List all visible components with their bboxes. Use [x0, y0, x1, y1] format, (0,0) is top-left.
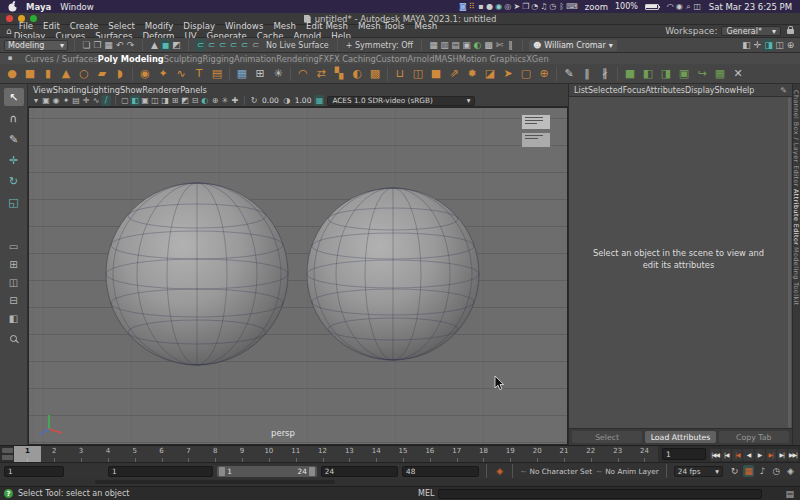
time-slider-grip[interactable] [2, 448, 13, 461]
lasso-tool[interactable]: ∩ [4, 109, 24, 127]
shelf-dome-icon[interactable]: ⊕ [536, 66, 552, 82]
poly-sphere-right[interactable] [305, 186, 481, 362]
select-tool[interactable]: ↖ [4, 88, 24, 106]
shelf-poly-cylinder[interactable]: ▮ [40, 66, 56, 82]
cut-icon[interactable]: ✄ [494, 39, 505, 51]
vp-shaded-icon[interactable]: ▢ [120, 95, 130, 106]
frame-tick[interactable]: 9 [229, 446, 256, 463]
step-forward-key-button[interactable]: ▶| [766, 449, 776, 461]
launchpad-icon[interactable]: ⠿ [467, 1, 476, 12]
modeling-toolkit-toggle-icon[interactable]: ◧ [741, 39, 752, 51]
menu-set-selector[interactable]: Modeling▾ [4, 40, 68, 51]
workspace-selector[interactable]: General*▾ [721, 26, 781, 36]
playback-options-icon[interactable]: ▦ [743, 465, 754, 477]
frame-tick[interactable]: 24 [631, 446, 658, 463]
shelf-tab[interactable]: MASH [434, 54, 458, 64]
shelf-pencil-icon[interactable]: ✎ [561, 66, 577, 82]
frame-tick[interactable]: 14 [363, 446, 390, 463]
info-icon[interactable]: ◔ [530, 1, 539, 12]
step-back-frame-button[interactable]: |◀ [721, 449, 731, 461]
shelf-spheres-icon[interactable]: ◐ [349, 66, 365, 82]
frame-tick[interactable]: 20 [524, 446, 551, 463]
shelf-item[interactable] [132, 67, 133, 81]
account-icon[interactable]: ◉ [675, 1, 684, 12]
gamma-field[interactable]: 1.00 [293, 96, 314, 105]
script-editor-icon[interactable]: ▤ [785, 489, 794, 499]
fps-selector[interactable]: 24 fps▾ [674, 466, 723, 477]
attribute-editor-menu-item[interactable]: Attributes [646, 86, 686, 95]
attribute-editor-menu-item[interactable]: List [574, 86, 588, 95]
open-scene-icon[interactable]: ❐ [92, 39, 103, 51]
animation-end-field[interactable]: 48 [402, 466, 479, 477]
frame-tick[interactable]: 23 [604, 446, 631, 463]
range-slider[interactable]: 1 24 [217, 466, 316, 477]
vp-bookmark-icon[interactable]: ▾ [31, 95, 41, 106]
frame-tick[interactable]: 7 [175, 446, 202, 463]
anim-layer-selector[interactable]: ∼No Anim Layer [596, 467, 659, 476]
menu-item[interactable]: Select [103, 21, 140, 31]
frame-tick[interactable]: 19 [497, 446, 524, 463]
shelf-tab[interactable]: Custom [376, 54, 408, 64]
go-to-end-button[interactable]: ▶▶| [788, 449, 798, 461]
snap-projected-center-icon[interactable]: ⊂ [228, 39, 239, 51]
shelf-sculpt-tool[interactable]: ✦ [155, 66, 171, 82]
timer-icon[interactable]: ◷ [548, 1, 557, 12]
frame-tick[interactable]: 21 [551, 446, 578, 463]
snap-curve-icon[interactable]: ⊂ [206, 39, 217, 51]
shelf-cage-icon[interactable]: ▢ [518, 66, 534, 82]
shelf-poly-sphere[interactable]: ● [4, 66, 20, 82]
vp-aa-icon[interactable]: ⊞ [170, 95, 180, 106]
attribute-editor-menu-item[interactable]: Focus [623, 86, 646, 95]
range-start-handle[interactable] [219, 467, 225, 476]
copy-tab-button[interactable]: Copy Tab [719, 431, 789, 443]
menu-item[interactable]: Display [178, 21, 220, 31]
new-scene-icon[interactable]: ❏ [81, 39, 92, 51]
snap-view-plane-icon[interactable]: ⊂ [239, 39, 250, 51]
shelf-menu-icon[interactable]: ▪ [6, 53, 14, 65]
menu-item[interactable]: Edit [38, 21, 65, 31]
humanik-toggle-icon[interactable]: ✛ [752, 39, 763, 51]
globe-icon[interactable]: ◎ [503, 1, 512, 12]
shelf-curve-tool[interactable]: ∿ [173, 66, 189, 82]
control-center-icon[interactable]: ◫ [693, 1, 702, 12]
shelf-tab[interactable]: Poly Modeling [98, 54, 164, 64]
load-attributes-button[interactable]: Load Attributes [645, 431, 715, 443]
save-scene-icon[interactable]: ▦ [103, 39, 114, 51]
frame-tick[interactable]: 8 [202, 446, 229, 463]
frame-tick[interactable]: 13 [336, 446, 363, 463]
ipr-render-icon[interactable]: ▤ [450, 39, 461, 51]
auto-keyframe-icon[interactable]: ◈ [494, 465, 505, 477]
attribute-editor-menu-item[interactable]: Selected [588, 86, 623, 95]
play-backwards-button[interactable]: ◀ [743, 449, 753, 461]
select-component-icon[interactable]: ◩ [171, 39, 182, 51]
vp-bookmark-star-icon[interactable]: ✦ [61, 95, 71, 106]
attribute-editor-toggle-icon[interactable]: ◨ [763, 39, 774, 51]
menu-item[interactable]: Mesh Tools [353, 21, 410, 31]
channel-box-toggle-icon[interactable]: ⊕ [785, 39, 796, 51]
camera-icon[interactable]: ◉ [494, 1, 503, 12]
menu-item[interactable]: Edit Mesh [301, 21, 353, 31]
shelf-wheel-icon[interactable]: ✹ [464, 66, 480, 82]
shelf-poster-tool[interactable]: ▤ [209, 66, 225, 82]
frame-tick[interactable]: 3 [68, 446, 95, 463]
select-hierarchy-icon[interactable]: ▲ [149, 39, 160, 51]
vp-camera-icon[interactable]: ▣ [41, 95, 51, 106]
shelf-bool-slice-icon[interactable]: ▣ [676, 66, 692, 82]
frame-tick[interactable]: 2 [41, 446, 68, 463]
volume-icon[interactable]: ♫ [539, 1, 548, 12]
range-end-handle[interactable] [309, 467, 315, 476]
menu-item[interactable]: Mesh [268, 21, 301, 31]
keyboard-icon[interactable]: ⌨ [566, 1, 578, 12]
colorspace-selector[interactable]: ACES 1.0 SDR-video (sRGB)▾ [327, 96, 475, 106]
vp-lights-icon[interactable]: ▣ [140, 95, 150, 106]
vp-grid-toggle-icon[interactable]: ⊕ [210, 95, 220, 106]
attribute-editor-menu-item[interactable]: Display [685, 86, 715, 95]
vp-camera-attrs-icon[interactable]: ◉ [51, 95, 61, 106]
vp-isolate-icon[interactable]: ◩ [180, 95, 190, 106]
symmetry-label[interactable]: + Symmetry: Off [344, 41, 415, 50]
shelf-checker-icon[interactable]: ▚ [331, 66, 347, 82]
shelf-type-tool[interactable]: T [191, 66, 207, 82]
shelf-item[interactable] [387, 67, 388, 81]
shelf-combine-icon[interactable]: ⊔ [392, 66, 408, 82]
shelf-bool-intersect-icon[interactable]: ◨ [658, 66, 674, 82]
